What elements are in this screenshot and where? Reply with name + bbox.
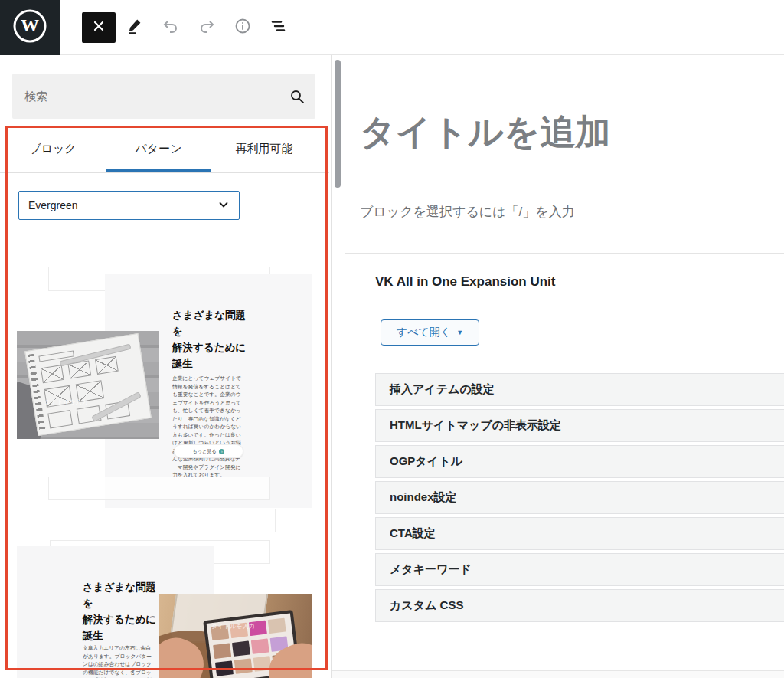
metabox-title: VK All in One Expansion Unit <box>375 274 556 290</box>
wordpress-menu-button[interactable]: W <box>0 0 60 55</box>
redo-button[interactable] <box>190 12 224 43</box>
undo-button[interactable] <box>154 12 188 43</box>
list-view-button[interactable] <box>262 12 296 43</box>
accordion-item-insert-settings[interactable]: 挿入アイテムの設定 <box>375 373 784 406</box>
block-inserter-toggle-button[interactable] <box>82 12 116 43</box>
post-body-placeholder[interactable]: ブロックを選択するには「/」を入力 <box>360 203 575 221</box>
toolbar-buttons <box>82 12 296 43</box>
scrollbar-thumb[interactable] <box>335 60 341 188</box>
accordion-item-custom-css[interactable]: カスタム CSS <box>375 589 784 622</box>
metabox-separator <box>345 253 784 254</box>
details-button[interactable] <box>226 12 260 43</box>
dropdown-arrow-icon: ▼ <box>456 329 463 336</box>
info-icon <box>234 17 252 38</box>
post-title-placeholder[interactable]: タイトルを追加 <box>360 109 610 156</box>
canvas-bottom-strip <box>332 670 784 678</box>
editor-canvas: タイトルを追加 ブロックを選択するには「/」を入力 VK All in One … <box>345 55 784 678</box>
scrollbar-track[interactable] <box>332 55 345 678</box>
patterns-list: タイトルを入力 さまざまな問題を 解決するために誕生 企業にとってウェブサイトで… <box>0 55 331 678</box>
wordpress-logo-icon: W <box>11 8 48 47</box>
editor-toolbar: W <box>0 0 784 55</box>
accordion-item-html-sitemap[interactable]: HTMLサイトマップの非表示設定 <box>375 409 784 442</box>
accordion-item-noindex[interactable]: noindex設定 <box>375 481 784 514</box>
accordion-item-meta-keywords[interactable]: メタキーワード <box>375 553 784 586</box>
pattern-preview-2[interactable] <box>0 477 332 678</box>
pencil-icon <box>126 17 144 38</box>
accordion-list: 挿入アイテムの設定 HTMLサイトマップの非表示設定 OGPタイトル noind… <box>375 373 784 622</box>
list-view-icon <box>270 17 288 38</box>
block-inserter-sidebar: ブロック パターン 再利用可能 Evergreen <box>0 55 332 678</box>
metabox-rule <box>362 310 784 310</box>
editor-page: W <box>0 0 784 678</box>
undo-icon <box>162 17 180 38</box>
svg-text:W: W <box>21 15 39 35</box>
accordion-item-cta[interactable]: CTA設定 <box>375 517 784 550</box>
close-icon <box>91 18 106 36</box>
open-all-button[interactable]: すべて開く ▼ <box>381 319 479 346</box>
open-all-label: すべて開く <box>397 326 451 339</box>
edit-mode-button[interactable] <box>118 12 152 43</box>
pattern-preview-1[interactable] <box>0 267 332 477</box>
accordion-item-ogp-title[interactable]: OGPタイトル <box>375 445 784 478</box>
redo-icon <box>198 17 216 38</box>
